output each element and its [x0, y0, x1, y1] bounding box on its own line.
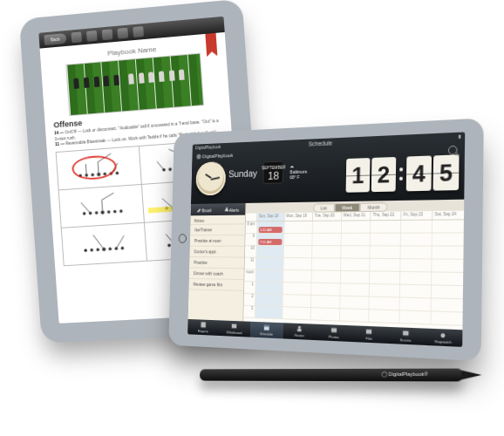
svg-rect-42 [201, 322, 206, 327]
hour-rows: 8 am 9 10 11 noon 1 2 3 [243, 220, 464, 330]
hour-label: 1 [244, 282, 255, 293]
svg-rect-49 [366, 330, 371, 334]
play-diagram-3[interactable] [59, 185, 145, 228]
dock-label: Film [365, 336, 372, 341]
dock-roster[interactable]: Roster [283, 323, 317, 340]
week-grid[interactable]: Sun, Sep 18 Mon, Sep 19 Tue, Sep 20 Wed,… [243, 211, 464, 330]
notes-heading: Notes [190, 215, 245, 225]
calendar-event[interactable]: 5:15 AM [259, 227, 283, 233]
list-item[interactable]: Practice at noon [190, 235, 245, 247]
brush-button[interactable]: Brush [191, 206, 218, 213]
list-item[interactable]: Doctor's appt. [189, 247, 244, 258]
dock-whiteboard[interactable]: Whiteboard [218, 320, 250, 337]
toolbar-bookmark-icon[interactable] [117, 28, 128, 39]
alerts-button[interactable]: Alerts [218, 206, 246, 213]
back-button[interactable]: Back [44, 33, 66, 45]
play-photo [66, 53, 204, 116]
dock-reports[interactable]: Reports [187, 319, 219, 336]
dock-film[interactable]: Film [351, 325, 387, 344]
dock-label: Scores [400, 337, 412, 343]
hour-label: 3 [243, 306, 255, 317]
stylus-pen: ◯ DigitalPlaybook® [200, 369, 464, 382]
svg-point-8 [168, 167, 171, 170]
notes-panel: Brush Alerts Notes Ike/Trainer Practice … [188, 203, 247, 322]
tab-list[interactable]: List [313, 203, 335, 212]
analog-clock-icon [195, 161, 226, 195]
calendar-panel: List Week Month Sun, Sep 18 Mon, Sep 19 … [243, 200, 464, 330]
dock-label: Reports [198, 329, 208, 333]
svg-rect-47 [297, 329, 302, 331]
hour-label: 2 [244, 294, 255, 305]
tab-month[interactable]: Month [360, 202, 388, 212]
calendar-event[interactable]: 7:11 AM [258, 239, 282, 245]
date-day: 18 [268, 169, 279, 181]
flip-clock: 1 2 4 5 [346, 154, 460, 192]
hour-label: 11 [245, 258, 256, 269]
toolbar-list-icon[interactable] [133, 26, 144, 37]
svg-point-34 [121, 247, 124, 249]
date-weather-panel: Sunday SEPTEMBER 18 ☁ Baltimore 68° F [228, 160, 307, 185]
play-note-1-num: 14 — [54, 131, 64, 136]
list-item[interactable]: Review game film [188, 279, 243, 291]
tablet-schedule: DigitalPlaybook ▮ Schedule DigitalPlaybo… [172, 122, 480, 358]
day-header: Fri, Sep 23 [400, 211, 432, 220]
toolbar-highlighter-icon[interactable] [86, 31, 98, 42]
list-item[interactable]: Practice [189, 257, 244, 269]
toolbar-eraser-icon[interactable] [102, 29, 113, 40]
tab-week[interactable]: Week [334, 203, 360, 213]
clock-colon-icon [398, 167, 405, 181]
svg-point-46 [298, 326, 301, 329]
hour-label: 9 [245, 234, 256, 245]
home-button[interactable] [179, 234, 187, 242]
svg-point-14 [83, 212, 85, 215]
brush-label: Brush [202, 208, 212, 213]
play-diagram-5[interactable] [62, 223, 147, 266]
app-brand: DigitalPlaybook [196, 153, 233, 160]
search-icon[interactable] [448, 146, 458, 155]
stylus-brand-text: DigitalPlaybook® [389, 371, 428, 377]
svg-point-16 [95, 211, 98, 214]
svg-point-51 [441, 333, 446, 337]
schedule-body: Brush Alerts Notes Ike/Trainer Practice … [188, 200, 465, 330]
dock-stopwatch[interactable]: Stopwatch [424, 329, 462, 347]
cloud-icon: ☁ [290, 163, 295, 168]
alerts-label: Alerts [229, 208, 239, 213]
day-header: Sat, Sep 24 [432, 211, 464, 220]
flip-digit-4: 5 [433, 154, 460, 190]
day-header: Wed, Sep 21 [341, 212, 371, 221]
weather-temp: 68° F [289, 174, 307, 181]
schedule-header: DigitalPlaybook ▮ Schedule DigitalPlaybo… [191, 132, 465, 204]
dock-photos[interactable]: Photos [317, 324, 351, 342]
schedule-screen: DigitalPlaybook ▮ Schedule DigitalPlaybo… [187, 132, 465, 346]
svg-rect-50 [403, 330, 409, 335]
svg-rect-43 [232, 324, 237, 328]
weather-block: ☁ Baltimore 68° F [289, 163, 307, 181]
date-box: SEPTEMBER 18 [263, 161, 284, 184]
svg-point-20 [119, 209, 122, 212]
svg-point-29 [91, 249, 93, 251]
weekday-label: Sunday [228, 168, 257, 180]
play-diagram-1[interactable] [57, 146, 142, 190]
hour-label: 8 am [246, 221, 257, 233]
notes-list: Ike/Trainer Practice at noon Doctor's ap… [188, 224, 244, 291]
toolbar-pen-icon[interactable] [71, 31, 82, 43]
svg-point-6 [116, 172, 119, 174]
svg-point-32 [109, 248, 112, 250]
day-header: Sun, Sep 18 [256, 213, 284, 221]
dock-schedule[interactable]: Schedule [250, 322, 283, 339]
day-header: Mon, Sep 19 [284, 213, 312, 221]
dock-label: Photos [329, 335, 339, 340]
flip-digit-1: 1 [346, 158, 371, 193]
day-header: Tue, Sep 20 [312, 212, 341, 220]
list-item[interactable]: Dinner with coach [189, 268, 244, 280]
hour-label: noon [244, 269, 255, 281]
hour-label: 10 [245, 246, 256, 257]
svg-point-19 [113, 210, 116, 213]
svg-point-18 [107, 210, 110, 213]
svg-point-35 [167, 244, 170, 247]
day-header: Thu, Sep 22 [371, 211, 401, 220]
dock-label: Roster [295, 333, 304, 338]
dock-label: Schedule [260, 331, 273, 337]
dock-scores[interactable]: Scores [387, 327, 425, 345]
list-item[interactable]: Ike/Trainer [190, 224, 245, 235]
